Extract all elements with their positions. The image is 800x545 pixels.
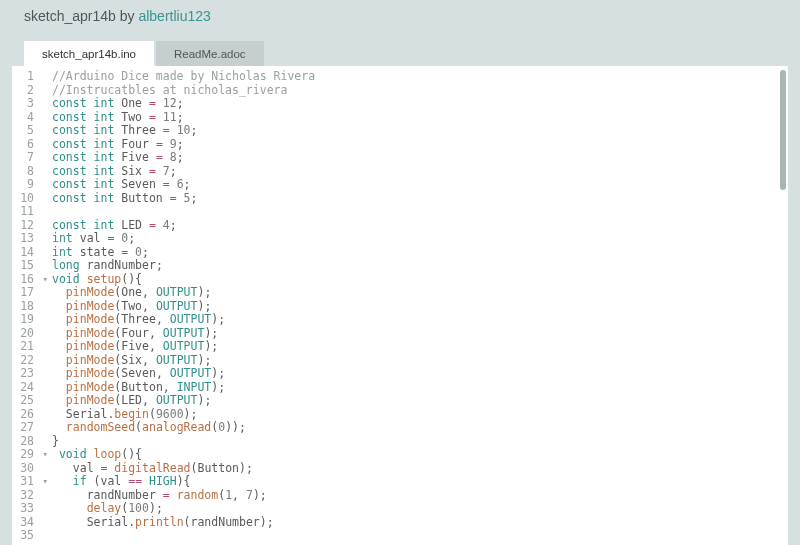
line-number: 14	[12, 246, 40, 260]
code-line[interactable]: pinMode(Button, INPUT);	[52, 381, 788, 395]
line-number: 26	[12, 408, 40, 422]
line-number: 33	[12, 502, 40, 516]
line-number: 25	[12, 394, 40, 408]
code-line[interactable]: pinMode(Seven, OUTPUT);	[52, 367, 788, 381]
tab-bar: sketch_apr14b.ino ReadMe.adoc	[0, 38, 800, 66]
code-line[interactable]: const int One = 12;	[52, 97, 788, 111]
code-line[interactable]: pinMode(Five, OUTPUT);	[52, 340, 788, 354]
line-number: 31	[12, 475, 40, 489]
line-number: 16	[12, 273, 40, 287]
code-line[interactable]: if (val == HIGH){	[52, 475, 788, 489]
code-line[interactable]: pinMode(LED, OUTPUT);	[52, 394, 788, 408]
line-number: 21	[12, 340, 40, 354]
code-line[interactable]: pinMode(Two, OUTPUT);	[52, 300, 788, 314]
code-line[interactable]: const int LED = 4;	[52, 219, 788, 233]
code-line[interactable]: randNumber = random(1, 7);	[52, 489, 788, 503]
editor-scrollbar[interactable]	[780, 70, 786, 190]
line-number: 18	[12, 300, 40, 314]
line-number: 24	[12, 381, 40, 395]
author-link[interactable]: albertliu123	[138, 8, 210, 24]
code-line[interactable]: val = digitalRead(Button);	[52, 462, 788, 476]
code-line[interactable]: Serial.println(randNumber);	[52, 516, 788, 530]
tab-readme[interactable]: ReadMe.adoc	[156, 41, 264, 66]
line-number: 20	[12, 327, 40, 341]
code-line[interactable]: const int Six = 7;	[52, 165, 788, 179]
code-editor[interactable]: 1234567891011121314151617181920212223242…	[12, 66, 788, 545]
line-number: 2	[12, 84, 40, 98]
code-line[interactable]	[52, 529, 788, 543]
line-number: 22	[12, 354, 40, 368]
code-line[interactable]: int state = 0;	[52, 246, 788, 260]
line-number: 9	[12, 178, 40, 192]
line-number: 35	[12, 529, 40, 543]
code-line[interactable]	[52, 205, 788, 219]
line-number: 15	[12, 259, 40, 273]
code-line[interactable]: const int Five = 8;	[52, 151, 788, 165]
code-line[interactable]: //Arduino Dice made by Nicholas Rivera	[52, 70, 788, 84]
code-line[interactable]: void loop(){	[52, 448, 788, 462]
line-number: 17	[12, 286, 40, 300]
code-line[interactable]: pinMode(Six, OUTPUT);	[52, 354, 788, 368]
tab-sketch-ino[interactable]: sketch_apr14b.ino	[24, 41, 154, 66]
line-number: 7	[12, 151, 40, 165]
code-content[interactable]: //Arduino Dice made by Nicholas Rivera//…	[40, 66, 788, 545]
code-line[interactable]: pinMode(Four, OUTPUT);	[52, 327, 788, 341]
code-line[interactable]: const int Seven = 6;	[52, 178, 788, 192]
code-line[interactable]: int val = 0;	[52, 232, 788, 246]
sketch-header: sketch_apr14b by albertliu123	[0, 0, 800, 38]
line-number: 29	[12, 448, 40, 462]
code-line[interactable]: pinMode(Three, OUTPUT);	[52, 313, 788, 327]
code-line[interactable]: const int Three = 10;	[52, 124, 788, 138]
line-number: 32	[12, 489, 40, 503]
line-number: 11	[12, 205, 40, 219]
code-line[interactable]: const int Four = 9;	[52, 138, 788, 152]
line-number: 19	[12, 313, 40, 327]
line-number: 6	[12, 138, 40, 152]
line-number: 10	[12, 192, 40, 206]
code-line[interactable]: }	[52, 435, 788, 449]
line-number: 12	[12, 219, 40, 233]
line-number: 5	[12, 124, 40, 138]
code-line[interactable]: randomSeed(analogRead(0));	[52, 421, 788, 435]
sketch-title: sketch_apr14b by	[24, 8, 138, 24]
line-number-gutter: 1234567891011121314151617181920212223242…	[12, 66, 40, 545]
code-line[interactable]: void setup(){	[52, 273, 788, 287]
line-number: 30	[12, 462, 40, 476]
line-number: 8	[12, 165, 40, 179]
line-number: 4	[12, 111, 40, 125]
code-line[interactable]: //Instrucatbles at nicholas_rivera	[52, 84, 788, 98]
code-line[interactable]: pinMode(One, OUTPUT);	[52, 286, 788, 300]
line-number: 34	[12, 516, 40, 530]
code-line[interactable]: delay(100);	[52, 502, 788, 516]
line-number: 27	[12, 421, 40, 435]
code-line[interactable]: const int Button = 5;	[52, 192, 788, 206]
code-line[interactable]: Serial.begin(9600);	[52, 408, 788, 422]
line-number: 13	[12, 232, 40, 246]
line-number: 1	[12, 70, 40, 84]
line-number: 3	[12, 97, 40, 111]
code-line[interactable]: long randNumber;	[52, 259, 788, 273]
line-number: 23	[12, 367, 40, 381]
line-number: 28	[12, 435, 40, 449]
code-line[interactable]: const int Two = 11;	[52, 111, 788, 125]
